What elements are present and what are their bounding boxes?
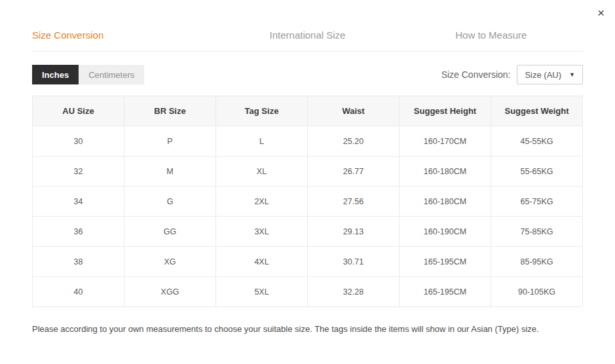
table-cell: 160-180CM [400, 156, 491, 187]
table-cell: L [216, 126, 308, 156]
centimeters-button[interactable]: Centimeters [79, 65, 144, 84]
table-cell: 5XL [216, 277, 308, 307]
column-header-br-size: BR Size [124, 96, 216, 126]
column-header-tag-size: Tag Size [216, 96, 308, 126]
table-cell: 25.20 [308, 126, 400, 156]
table-row: 34G2XL27.56160-180CM65-75KG [33, 187, 583, 217]
table-cell: 3XL [216, 217, 308, 247]
table-cell: M [124, 156, 216, 187]
table-cell: 38 [33, 247, 124, 277]
table-cell: 29.13 [308, 217, 400, 247]
table-row: 38XG4XL30.71165-195CM85-95KG [33, 247, 583, 277]
table-row: 40XGG5XL32.28165-195CM90-105KG [33, 277, 583, 307]
tab-size-conversion[interactable]: Size Conversion [32, 29, 215, 41]
table-cell: GG [124, 217, 216, 247]
close-icon[interactable]: × [595, 4, 607, 22]
table-row: 32MXL26.77160-180CM55-65KG [33, 156, 583, 187]
table-cell: 65-75KG [491, 187, 583, 217]
table-header-row: AU SizeBR SizeTag SizeWaistSuggest Heigh… [33, 96, 583, 126]
table-cell: 4XL [216, 247, 308, 277]
column-header-suggest-weight: Suggest Weight [491, 96, 583, 126]
table-cell: 85-95KG [491, 247, 583, 277]
tab-how-to-measure[interactable]: How to Measure [400, 29, 583, 41]
table-cell: 160-180CM [400, 187, 491, 217]
table-cell: G [124, 187, 216, 217]
table-cell: XGG [124, 277, 216, 307]
dropdown-selected-value: Size (AU) [525, 70, 561, 80]
table-cell: 27.56 [308, 187, 400, 217]
table-cell: 160-170CM [400, 126, 491, 156]
table-row: 36GG3XL29.13160-190CM75-85KG [33, 217, 583, 247]
controls-row: InchesCentimeters Size Conversion: Size … [32, 65, 583, 84]
table-cell: 45-55KG [491, 126, 583, 156]
table-cell: 90-105KG [491, 277, 583, 307]
table-cell: 34 [33, 187, 124, 217]
table-cell: 75-85KG [491, 217, 583, 247]
inches-button[interactable]: Inches [32, 65, 79, 84]
table-cell: 32.28 [308, 277, 400, 307]
size-conversion-table: AU SizeBR SizeTag SizeWaistSuggest Heigh… [32, 96, 583, 307]
unit-toggle: InchesCentimeters [32, 65, 144, 84]
column-header-suggest-height: Suggest Height [400, 96, 491, 126]
table-row: 30PL25.20160-170CM45-55KG [33, 126, 583, 156]
table-cell: 160-190CM [400, 217, 491, 247]
table-cell: 40 [33, 277, 124, 307]
chevron-down-icon: ▼ [569, 71, 575, 78]
table-cell: 36 [33, 217, 124, 247]
table-cell: 30.71 [308, 247, 400, 277]
table-cell: 32 [33, 156, 124, 187]
table-cell: XG [124, 247, 216, 277]
tab-international-size[interactable]: International Size [215, 29, 399, 41]
table-cell: P [124, 126, 216, 156]
size-au-dropdown[interactable]: Size (AU) ▼ [517, 65, 583, 84]
table-cell: 165-195CM [400, 247, 491, 277]
size-guide-modal: × Size ConversionInternational SizeHow t… [0, 0, 615, 364]
table-cell: 55-65KG [491, 156, 583, 187]
size-conversion-label: Size Conversion: [441, 69, 511, 80]
tab-bar: Size ConversionInternational SizeHow to … [32, 0, 583, 52]
column-header-waist: Waist [308, 96, 400, 126]
sizing-note: Please according to your own measurement… [32, 324, 583, 334]
size-conversion-control: Size Conversion: Size (AU) ▼ [441, 65, 583, 84]
table-cell: 30 [33, 126, 124, 156]
table-cell: 165-195CM [400, 277, 491, 307]
table-cell: XL [216, 156, 308, 187]
table-cell: 2XL [216, 187, 308, 217]
table-cell: 26.77 [308, 156, 400, 187]
column-header-au-size: AU Size [33, 96, 124, 126]
